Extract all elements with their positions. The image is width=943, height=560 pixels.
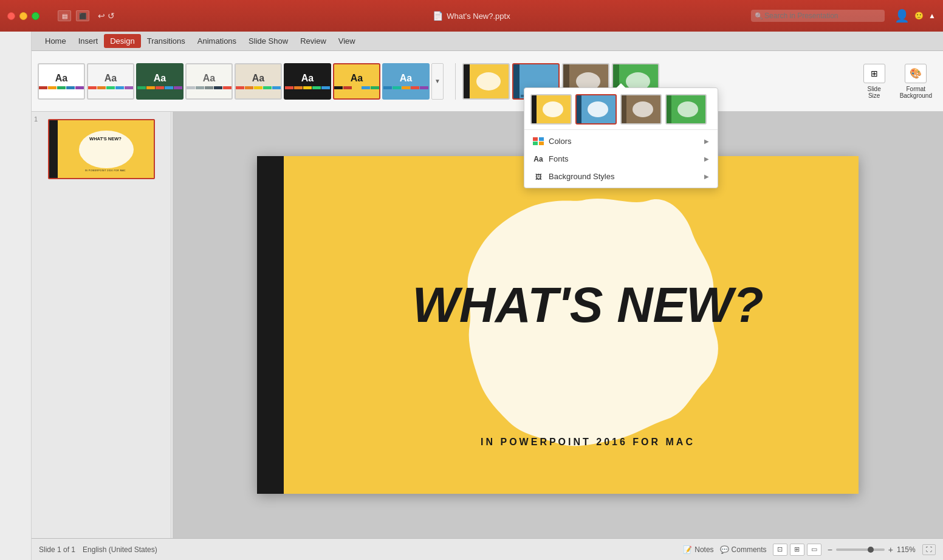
slide-info: Slide 1 of 1 [39, 545, 75, 554]
dropdown-colors-item[interactable]: Colors ▶ [524, 132, 718, 150]
reading-view-button[interactable]: ▭ [807, 544, 821, 556]
theme-aa-1: Aa [55, 73, 67, 84]
comments-button[interactable]: 💬 Comments [720, 545, 767, 554]
slide-thumbnail-1[interactable]: WHAT'S NEW? IN POWERPOINT 2016 FOR MAC [35, 119, 167, 179]
theme-aa-2: Aa [105, 73, 117, 84]
undo-redo-group: ↩ ↺ [98, 11, 115, 21]
zoom-control: − + 115% [828, 545, 916, 555]
notes-button[interactable]: 📝 Notes [683, 545, 713, 554]
colors-label: Colors [549, 137, 572, 146]
left-panel [0, 32, 32, 560]
zoom-plus-button[interactable]: + [888, 545, 893, 555]
dropdown-thumb-4[interactable] [665, 94, 707, 125]
slide-canvas[interactable]: WHAT'S NEW? IN POWERPOINT 2016 FOR MAC [257, 156, 859, 494]
titlebar-center: 📄 What's New?.pptx [433, 11, 510, 21]
emoji-button[interactable]: 🙂 [914, 12, 924, 20]
dropdown-thumb-2[interactable] [575, 94, 617, 125]
slides-panel: WHAT'S NEW? IN POWERPOINT 2016 FOR MAC [32, 112, 171, 538]
menu-home[interactable]: Home [39, 34, 72, 48]
fonts-label: Fonts [549, 154, 569, 163]
menu-design[interactable]: Design [104, 34, 140, 48]
dropdown-background-item[interactable]: 🖼 Background Styles ▶ [524, 168, 718, 185]
collapse-button[interactable]: ▲ [928, 12, 936, 20]
menubar: Home Insert Design Transitions Animation… [32, 32, 943, 51]
slide-number-label: 1 [34, 115, 38, 123]
background-styles-arrow: ▶ [704, 173, 709, 180]
theme-thumb-8[interactable]: Aa [382, 63, 430, 100]
format-background-button[interactable]: 🎨 FormatBackground [895, 61, 937, 101]
slide-subtitle: IN POWERPOINT 2016 FOR MAC [481, 437, 695, 448]
dropdown-thumb-1[interactable] [530, 94, 572, 125]
zoom-level: 115% [897, 545, 916, 554]
window-controls [7, 12, 39, 20]
language-info: English (United States) [83, 545, 157, 554]
slide-size-button[interactable]: ⊞ SlideSize [859, 61, 890, 101]
minimize-button[interactable] [19, 12, 27, 20]
profile-icon[interactable]: 👤 [894, 9, 910, 23]
statusbar-right: 📝 Notes 💬 Comments ⊡ ⊞ ▭ − + 115% ⛶ [683, 544, 936, 556]
dropdown-thumb-3[interactable] [620, 94, 662, 125]
document-title: What's New?.pptx [447, 12, 510, 21]
variant-thumb-1[interactable] [462, 63, 510, 100]
normal-view-button[interactable]: ⊡ [773, 544, 787, 556]
menu-slideshow[interactable]: Slide Show [242, 34, 294, 48]
statusbar: Slide 1 of 1 English (United States) 📝 N… [32, 538, 943, 560]
fonts-arrow: ▶ [704, 155, 709, 162]
search-wrap: 🔍 [751, 10, 885, 22]
dropdown-menu: Colors ▶ Aa Fonts ▶ 🖼 Background Styles … [524, 130, 718, 188]
theme-aa-8: Aa [400, 73, 412, 84]
ribbon-right-buttons: ⊞ SlideSize 🎨 FormatBackground [859, 61, 937, 101]
theme-thumb-3[interactable]: Aa [136, 63, 183, 100]
fullscreen-button[interactable]: ⛶ [922, 544, 936, 555]
view-buttons: ⊡ ⊞ ▭ [773, 544, 821, 556]
slide-thumb-subtitle: IN POWERPOINT 2016 FOR MAC [60, 169, 151, 172]
theme-aa-5: Aa [252, 73, 264, 84]
fonts-icon: Aa [533, 155, 544, 163]
menu-animations[interactable]: Animations [191, 34, 242, 48]
titlebar-right: 🔍 👤 🙂 ▲ [751, 9, 936, 23]
sidebar-toggle-button[interactable]: ▤ [58, 10, 71, 21]
theme-thumb-1[interactable]: Aa [38, 63, 85, 100]
theme-aa-4: Aa [203, 73, 215, 84]
slide-stripe [257, 156, 284, 494]
zoom-slider[interactable] [836, 548, 885, 551]
ribbon-separator [455, 63, 456, 100]
slide-size-label: SlideSize [868, 86, 881, 99]
background-styles-label: Background Styles [549, 172, 614, 181]
colors-arrow: ▶ [704, 138, 709, 145]
menu-view[interactable]: View [332, 34, 362, 48]
comments-label: Comments [732, 545, 767, 554]
maximize-button[interactable] [32, 12, 39, 20]
theme-aa-3: Aa [154, 73, 166, 84]
slide-main-title: WHAT'S NEW? [382, 280, 795, 330]
theme-thumb-4[interactable]: Aa [185, 63, 233, 100]
dropdown-fonts-item[interactable]: Aa Fonts ▶ [524, 150, 718, 168]
dropdown-panel: Colors ▶ Aa Fonts ▶ 🖼 Background Styles … [524, 87, 718, 188]
comments-icon: 💬 [720, 545, 729, 554]
zoom-minus-button[interactable]: − [828, 545, 832, 555]
titlebar-toolbar: ▤ ⬛ ↩ ↺ [58, 10, 115, 21]
theme-thumb-5[interactable]: Aa [235, 63, 282, 100]
dropdown-thumbs-row [524, 88, 718, 130]
more-themes-button[interactable]: ▼ [431, 63, 444, 100]
close-button[interactable] [7, 12, 15, 20]
theme-aa-6: Aa [301, 73, 314, 84]
undo-button[interactable]: ↩ [98, 11, 105, 21]
menu-transitions[interactable]: Transitions [141, 34, 191, 48]
theme-thumb-7[interactable]: Aa [333, 63, 380, 100]
search-input[interactable] [751, 10, 885, 22]
titlebar: ▤ ⬛ ↩ ↺ 📄 What's New?.pptx 🔍 👤 🙂 ▲ [0, 0, 943, 32]
notes-icon: 📝 [683, 545, 692, 554]
slide-thumb-title: WHAT'S NEW? [60, 137, 151, 142]
theme-thumb-6[interactable]: Aa [284, 63, 331, 100]
format-background-label: FormatBackground [900, 86, 932, 99]
ribbon: Aa Aa Aa Aa [32, 51, 943, 112]
notes-label: Notes [694, 545, 713, 554]
menu-insert[interactable]: Insert [72, 34, 105, 48]
save-button[interactable]: ⬛ [76, 10, 89, 21]
theme-thumb-2[interactable]: Aa [87, 63, 134, 100]
grid-view-button[interactable]: ⊞ [790, 544, 804, 556]
colors-icon [533, 137, 544, 146]
menu-review[interactable]: Review [294, 34, 332, 48]
redo-button[interactable]: ↺ [108, 11, 115, 21]
